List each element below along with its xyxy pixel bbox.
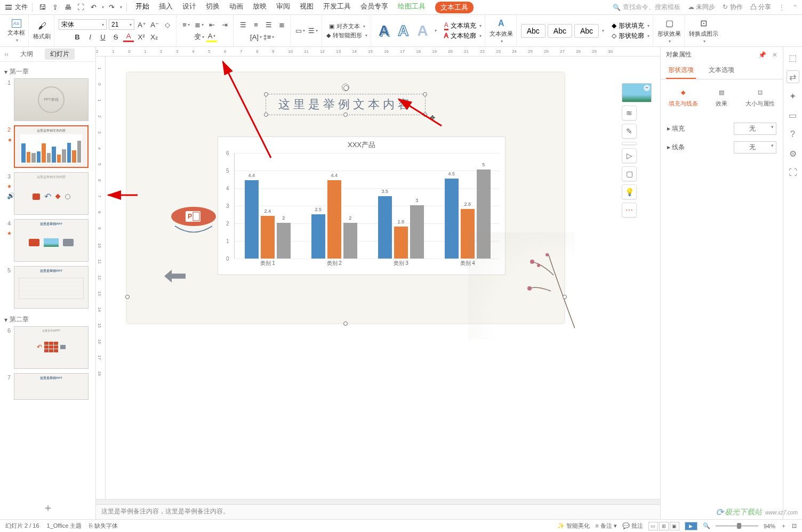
strip-help-icon[interactable]: ? [787,128,799,141]
tab-review[interactable]: 审阅 [276,2,290,13]
char-format-icon[interactable]: 变▾ [194,31,204,42]
title-textbox[interactable]: 这里是举例文本内容 [266,94,426,115]
fit-icon[interactable]: ⊡ [792,522,797,529]
resize-handle-nw[interactable] [264,92,268,96]
indent-dec-icon[interactable]: ⇤ [206,19,217,30]
strip-select-icon[interactable]: ⬚ [787,51,799,64]
wordart-style-2[interactable]: A [395,22,412,39]
notes-button[interactable]: ≡ 备注 ▾ [595,522,617,530]
strip-animation-icon[interactable]: ✦ [787,90,799,102]
view-normal-icon[interactable]: ▭ [648,522,658,530]
line-spacing-icon[interactable]: ‡≡▾ [263,31,274,42]
resize-handle-ne[interactable] [423,92,427,96]
slide-thumb-3[interactable]: ★ 🔊 这里是举例文本内容 ↶ [14,172,89,215]
slide-item[interactable]: 1 PPT教程 [3,78,92,121]
fill-toggle[interactable]: ▸ 填充 [667,124,685,133]
tab-devtools[interactable]: 开发工具 [323,2,351,13]
edit-pen-icon[interactable]: ✎ [622,124,637,139]
slide-item[interactable]: 6 这里是举例PPT ↶ [3,326,92,369]
resize-handle-sw[interactable] [264,112,268,117]
shape-style-2[interactable]: Abc [548,24,572,38]
line-select[interactable]: 无 [734,141,776,154]
horizontal-scrollbar[interactable] [96,499,660,504]
tab-view[interactable]: 视图 [300,2,314,13]
section-chapter-2[interactable]: ▾ 第二章 [3,313,92,326]
tab-transition[interactable]: 切换 [206,2,220,13]
clear-format-icon[interactable]: ◇ [162,19,173,30]
view-reading-icon[interactable]: ▣ [670,522,679,530]
layers-icon[interactable]: ≋ [622,106,637,120]
slide-item[interactable]: 5 这里是举例PPT [3,266,92,309]
tab-design[interactable]: 设计 [182,2,196,13]
annotate-button[interactable]: 💬 批注 [622,522,643,530]
frame-handle[interactable] [343,321,348,326]
wordart-style-1[interactable]: A [375,22,392,39]
superscript-icon[interactable]: X² [136,31,147,42]
slide-item[interactable]: 2 ★ 这里是举例文本内容 [3,125,92,168]
font-color-icon[interactable]: A [123,31,134,42]
slide-thumb-4[interactable]: ★ 这里是举例PPT [14,219,89,262]
tab-start[interactable]: 开始 [135,2,149,13]
coop-button[interactable]: ↻ 协作 [723,3,742,12]
wordart-style-3[interactable]: A [414,22,431,39]
tab-insert[interactable]: 插入 [159,2,173,13]
frame-handle[interactable] [563,295,567,299]
strip-gear-icon[interactable]: ⚙ [787,147,799,160]
collapse-ribbon-icon[interactable]: ⌃ [792,4,798,11]
sync-status[interactable]: ☁ 未同步 [688,3,715,12]
slide-item[interactable]: 4 ★ 这里是举例PPT [3,219,92,262]
text-outline-button[interactable]: A 文本轮廓▾ [444,31,482,41]
new-slide-button[interactable]: ＋ [0,496,95,519]
slide-thumb-7[interactable]: 这里是举例PPT [14,373,89,400]
zoom-value[interactable]: 94% [764,523,775,529]
number-list-icon[interactable]: ≣▾ [194,19,204,30]
slide-canvas[interactable]: 这里是举例文本内容 ✥ P XXX产品 01234564.42.42类别 12.… [106,57,660,499]
fill-select[interactable]: 无 [734,123,776,135]
save-icon[interactable]: 🖫 [37,2,47,13]
tab-animation[interactable]: 动画 [229,2,243,13]
floating-image-thumb[interactable]: − [622,83,652,102]
slide-thumb-5[interactable]: 这里是举例PPT [14,266,89,309]
preview-icon[interactable]: ⛶ [75,2,86,13]
increase-font-icon[interactable]: A⁺ [137,19,147,30]
pin-icon[interactable]: 📌 [758,51,766,59]
shape-style-3[interactable]: Abc [574,24,599,38]
zoom-in-icon[interactable]: ＋ [781,522,787,530]
shape-style-more-caret[interactable]: ▾ [602,28,604,33]
bullet-list-icon[interactable]: ≡▾ [181,19,191,30]
subtab-fill[interactable]: ◆ 填充与线条 [666,84,700,111]
frame-icon[interactable]: ▢ [622,166,637,181]
slide-thumb-1[interactable]: PPT教程 [14,78,89,121]
italic-icon[interactable]: I [85,31,95,42]
slide-position[interactable]: 幻灯片 2 / 16 [5,522,39,530]
beautify-button[interactable]: ✨ 智能美化 [557,522,590,530]
shape-outline-button[interactable]: ◇ 形状轮廓▾ [612,31,649,41]
arrow-left-shape[interactable] [164,270,186,283]
text-direction-icon[interactable]: [A]▾ [251,31,261,42]
slide-thumb-2[interactable]: ★ 这里是举例文本内容 [14,125,89,168]
format-painter-button[interactable]: 🖌 格式刷 [33,21,51,41]
missing-font[interactable]: ⎘ 缺失字体 [89,522,118,530]
align-center-icon[interactable]: ≡ [251,19,261,30]
redo-icon[interactable]: ↷ [106,2,117,13]
slide-item[interactable]: 3 ★ 🔊 这里是举例文本内容 ↶ [3,172,92,215]
text-effect-button[interactable]: A 文本效果▾ [490,18,513,44]
resize-handle-s[interactable] [343,112,348,117]
ppt-logo-shape[interactable]: P [170,203,218,230]
undo-dropdown-caret[interactable]: ▾ [102,5,104,10]
redo-dropdown-caret[interactable]: ▾ [120,5,122,10]
wordart-more-caret[interactable]: ▾ [435,28,437,33]
subtab-effect[interactable]: ▧ 效果 [704,84,739,111]
slide-thumb-6[interactable]: 这里是举例PPT ↶ [14,326,89,369]
font-size-select[interactable]: 21▾ [109,19,134,30]
zoom-slider[interactable] [716,525,758,527]
bold-icon[interactable]: B [72,31,83,42]
share-button[interactable]: 凸 分享 [750,3,771,12]
close-panel-icon[interactable]: ✕ [772,51,777,59]
rows-icon[interactable]: ☰▾ [308,26,318,36]
hamburger-icon[interactable] [4,3,13,12]
nav-tab-outline[interactable]: 大纲 [15,49,38,60]
align-justify-icon[interactable]: ≣ [276,19,287,30]
export-icon[interactable]: ⇪ [50,2,60,13]
notes-area[interactable]: 这里是举例备注内容，这里是举例备注内容。 [96,504,660,519]
